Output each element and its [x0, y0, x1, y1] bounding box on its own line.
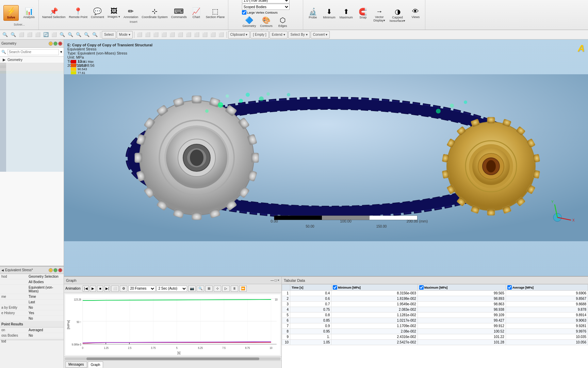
tb2-icon6[interactable]: ⬜: [177, 31, 184, 39]
sidebar-minimize[interactable]: -: [49, 42, 53, 46]
tb2-btn9[interactable]: 🔍: [75, 31, 82, 39]
select-by-button[interactable]: Select By ▾: [288, 31, 310, 39]
capped-isosurface-button[interactable]: ◑ Capped Isosurface▾: [388, 7, 407, 23]
anim-pause-btn[interactable]: ⏸: [231, 286, 238, 292]
tab-graph[interactable]: Graph: [88, 362, 103, 368]
anim-record-btn[interactable]: ⬜: [111, 286, 119, 292]
clipboard-button[interactable]: Clipboard ▾: [228, 31, 250, 39]
anim-zoom-btn[interactable]: 🔍: [197, 286, 204, 292]
search-dropdown-icon[interactable]: ▾: [60, 50, 62, 54]
minimum-button[interactable]: ⬇ Minimum: [322, 7, 337, 23]
maximum-button[interactable]: ⬆ Maximum: [338, 7, 354, 23]
sidebar-close[interactable]: ×: [58, 42, 62, 46]
table-row[interactable]: 3 0.7 1.9549e-002 98.863 9.8688: [282, 302, 588, 307]
anim-stop-btn[interactable]: ■: [97, 286, 103, 292]
anim-forward-btn[interactable]: ⏩: [239, 286, 247, 292]
sidebar-restore[interactable]: □: [53, 42, 58, 46]
graph-scrollbar[interactable]: [64, 356, 281, 361]
min-col-checkbox[interactable]: [333, 285, 337, 290]
annotation-button[interactable]: ✏ Annotation: [122, 6, 140, 19]
orbit-button[interactable]: 🔄: [42, 31, 50, 39]
tb2-icon8[interactable]: ⬜: [193, 31, 200, 39]
tb2-icon10[interactable]: ⬜: [209, 31, 217, 39]
commands-button[interactable]: ⌨ Commands: [170, 6, 188, 19]
coordinate-system-button[interactable]: ⊹ Coordinate System: [140, 6, 169, 19]
anim-cursor-btn[interactable]: ⊹: [214, 286, 221, 292]
tb2-icon3[interactable]: ⬜: [152, 31, 160, 39]
graph-area[interactable]: 123.26 50 ↑ 9.095e-3 0 1.25 2.5 3.75 5 6…: [65, 294, 280, 355]
tb2-icon1[interactable]: ⬜: [136, 31, 143, 39]
anim-first-btn[interactable]: |◀: [83, 286, 89, 292]
tb2-icon7[interactable]: ⬜: [185, 31, 192, 39]
section-plane-button[interactable]: ⬚ Section Plane: [205, 6, 226, 19]
solve-button[interactable]: ⚡ Solve: [3, 5, 19, 21]
probe-button[interactable]: 🔬 Probe: [305, 7, 320, 23]
frames-select[interactable]: 20 Frames: [128, 286, 156, 292]
anim-settings-btn[interactable]: ⚙: [120, 286, 127, 292]
contours-button[interactable]: 🎨 Contours: [259, 15, 274, 28]
table-row[interactable]: 7 0.9 1.1709e-002 99.912 9.9281: [282, 323, 588, 329]
tb2-btn7[interactable]: 🔍: [59, 31, 66, 39]
analysis-button[interactable]: 📊 Analysis: [21, 6, 36, 19]
graph-close-btn[interactable]: ×: [277, 278, 279, 282]
tb2-icon2[interactable]: ⬜: [144, 31, 151, 39]
mode-button[interactable]: Mode ▾: [117, 31, 133, 39]
stress-panel-close[interactable]: ×: [58, 268, 62, 272]
remote-point-button[interactable]: 📍 Remote Point: [68, 6, 89, 19]
search-input[interactable]: [7, 49, 59, 55]
table-row[interactable]: 9 1. 2.4316e-002 101.22 10.035: [282, 334, 588, 340]
table-row[interactable]: 6 0.85 1.0217e-002 99.427 9.9063: [282, 318, 588, 323]
avg-col-checkbox[interactable]: [507, 285, 512, 290]
rotate-button[interactable]: ⬜: [26, 31, 33, 39]
views-button[interactable]: 👁 Views: [408, 7, 423, 23]
table-row[interactable]: 2 0.6 1.8198e-002 98.893 9.8567: [282, 296, 588, 302]
main-viewport[interactable]: E: Copy of Copy of Copy of Transient Str…: [64, 40, 588, 276]
stress-panel-minimize[interactable]: -: [49, 268, 53, 272]
convert-button[interactable]: Convert ▾: [311, 31, 330, 39]
vector-display-button[interactable]: → Vector Display▾: [372, 7, 387, 23]
graph-restore-btn[interactable]: □: [275, 278, 277, 282]
large-vertex-checkbox[interactable]: [242, 10, 246, 15]
empty-button[interactable]: [ Empty ]: [250, 31, 268, 39]
chart-button[interactable]: 📈 Chart: [189, 6, 204, 19]
geometry-button[interactable]: 🔷 Geometry: [241, 15, 258, 28]
tb2-icon11[interactable]: ⬜: [217, 31, 225, 39]
table-row[interactable]: 8 0.95 2.08e-002 100.52 9.9976: [282, 329, 588, 334]
scoped-bodies-select[interactable]: Scoped Bodies: [242, 4, 290, 10]
max-col-checkbox[interactable]: [419, 285, 424, 290]
snap-button[interactable]: 🧲 Snap: [356, 7, 371, 23]
select-button[interactable]: Select: [102, 31, 116, 39]
table-row[interactable]: 4 0.75 2.083e-002 98.938 9.878: [282, 307, 588, 312]
tree-item-0[interactable]: ▶ Geometry: [0, 57, 64, 63]
anim-play2-btn[interactable]: ▷: [222, 286, 230, 292]
tb2-btn6[interactable]: ⬜: [50, 31, 58, 39]
scale-select[interactable]: 1.0 (True Scale): [242, 0, 290, 3]
anim-play-btn[interactable]: ▶: [90, 286, 96, 292]
tb2-btn10[interactable]: 🔍: [83, 31, 91, 39]
graph-minimize-btn[interactable]: —: [271, 278, 274, 282]
tb2-btn8[interactable]: 🔍: [67, 31, 74, 39]
edges-button[interactable]: ⬡ Edges: [275, 15, 290, 28]
table-row[interactable]: 10 1.05 2.5427e-002 101.28 10.056: [282, 340, 588, 345]
zoom-fit-button[interactable]: ⬜: [18, 31, 25, 39]
speed-select[interactable]: 2 Sec (Auto): [157, 286, 187, 292]
images-button[interactable]: 🖼 Images ▾: [106, 6, 121, 19]
anim-export-btn[interactable]: 📷: [188, 286, 196, 292]
tb2-icon5[interactable]: ⬜: [168, 31, 176, 39]
tb2-icon4[interactable]: ⬜: [160, 31, 168, 39]
extend-button[interactable]: Extend ▾: [270, 31, 288, 39]
pan-button[interactable]: ⬜: [34, 31, 42, 39]
table-row[interactable]: 5 0.8 1.1281e-002 99.109 9.8914: [282, 312, 588, 318]
zoom-out-button[interactable]: 🔍: [10, 31, 17, 39]
anim-grid-btn[interactable]: ⊞: [205, 286, 213, 292]
table-area[interactable]: Time [s] Minimum [MPa]: [282, 284, 588, 368]
tb2-btn11[interactable]: 🔍: [91, 31, 99, 39]
zoom-in-button[interactable]: 🔍: [1, 31, 9, 39]
comment-button[interactable]: 💬 Comment: [89, 6, 105, 19]
tab-messages[interactable]: Messages: [65, 362, 87, 368]
table-row[interactable]: 1 0.4 8.3156e-003 99.565 9.6906: [282, 291, 588, 296]
stress-panel-restore[interactable]: □: [53, 268, 58, 272]
named-selection-button[interactable]: 📌 Named Selection: [41, 6, 67, 19]
tb2-icon9[interactable]: ⬜: [201, 31, 209, 39]
anim-last-btn[interactable]: ▶|: [104, 286, 110, 292]
